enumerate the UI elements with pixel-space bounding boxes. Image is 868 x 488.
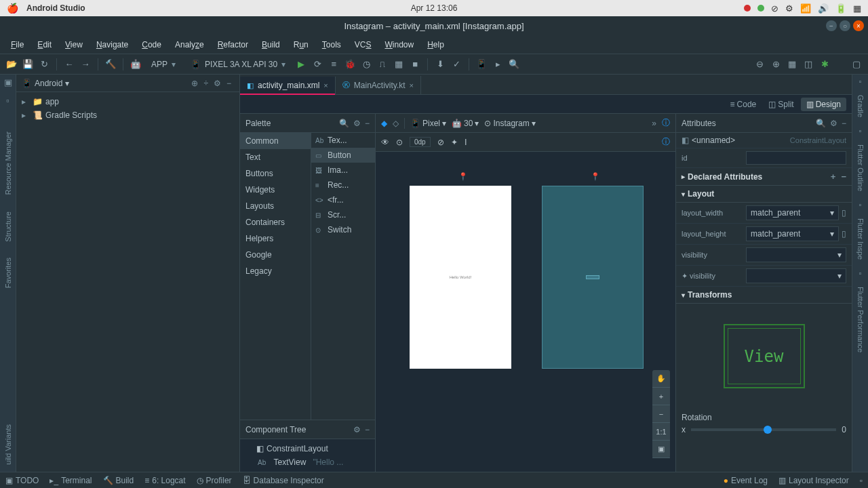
magnet-icon[interactable]: ⊙ [396, 138, 403, 147]
cat-containers[interactable]: Containers [240, 214, 311, 230]
height-select[interactable]: match_parent▾ [746, 226, 839, 241]
tray-icon-2[interactable]: ⚙ [785, 3, 793, 14]
status-layout-inspector[interactable]: ▥ Layout Inspector [778, 476, 849, 485]
project-collapse-icon[interactable]: ÷ [203, 79, 208, 88]
layout-section[interactable]: ▾Layout [676, 186, 852, 203]
width-select[interactable]: match_parent▾ [746, 205, 839, 220]
attr-id-input[interactable] [746, 151, 846, 165]
favorites-tool[interactable]: Favorites [4, 253, 12, 292]
menu-run[interactable]: Run [288, 37, 314, 52]
theme-dropdown[interactable]: ⊙ Instagram ▾ [484, 119, 535, 128]
gradle-tool[interactable]: Gradle [856, 91, 865, 121]
rotation-slider[interactable] [691, 428, 836, 431]
tab-activity-main[interactable]: ◧ activity_main.xml × [240, 77, 336, 94]
view-options-icon[interactable]: 👁 [381, 138, 389, 147]
save-icon[interactable]: 💾 [22, 58, 34, 70]
macos-app-name[interactable]: Android Studio [26, 3, 85, 13]
status-terminal[interactable]: ▸_ Terminal [50, 476, 92, 485]
resource-manager-tool[interactable]: Resource Manager [4, 127, 12, 199]
tools-visibility-select[interactable]: ▾ [746, 268, 846, 283]
project-target-icon[interactable]: ⊕ [191, 79, 198, 88]
project-tool-icon[interactable]: ▣ [4, 77, 12, 87]
back-icon[interactable]: ← [63, 58, 75, 70]
add-attr-icon[interactable]: + [831, 171, 836, 182]
attr-settings-icon[interactable]: ⚙ [830, 119, 837, 128]
view-box[interactable]: View [724, 324, 805, 388]
tray-record-icon[interactable] [744, 5, 751, 12]
menu-edit[interactable]: Edit [32, 37, 57, 52]
forward-icon[interactable]: → [79, 58, 92, 70]
palette-search-icon[interactable]: 🔍 [339, 119, 349, 128]
remove-attr-icon[interactable]: − [841, 171, 846, 182]
declared-attrs-section[interactable]: ▸Declared Attributes +− [676, 168, 852, 186]
close-tab-icon[interactable]: × [323, 81, 328, 89]
cat-layouts[interactable]: Layouts [240, 198, 311, 214]
item-button[interactable]: ▭Button [311, 148, 375, 163]
item-scroll[interactable]: ⊟Scr... [311, 207, 375, 222]
device-blueprint-preview[interactable] [542, 186, 644, 369]
stop-icon[interactable]: ■ [409, 58, 421, 70]
battery-icon[interactable]: 🔋 [835, 3, 846, 14]
item-switch[interactable]: ⊙Switch [311, 222, 375, 237]
profile-icon[interactable]: ◷ [360, 58, 372, 70]
transforms-section[interactable]: ▾Transforms [676, 287, 852, 304]
cat-buttons[interactable]: Buttons [240, 165, 311, 182]
status-profiler[interactable]: ◷ Profiler [197, 476, 232, 485]
menu-navigate[interactable]: Navigate [91, 37, 134, 52]
close-tab-icon[interactable]: × [410, 81, 414, 89]
menu-file[interactable]: File [5, 37, 29, 52]
zoom-fit-icon[interactable]: 1:1 [652, 423, 670, 441]
menu-help[interactable]: Help [422, 37, 450, 52]
maximize-button[interactable]: ○ [840, 20, 850, 31]
build-variants-tool[interactable]: uild Variants [4, 420, 12, 469]
attr-search-icon[interactable]: 🔍 [816, 119, 826, 128]
ctree-textview[interactable]: Ab TextView "Hello ... [245, 455, 370, 469]
project-settings-icon[interactable]: ⚙ [214, 79, 221, 88]
item-fragment[interactable]: <><fr... [311, 192, 375, 207]
menu-vcs[interactable]: VCS [349, 37, 377, 52]
zoom-in-icon[interactable]: ⊕ [770, 58, 782, 70]
zoom-out-icon[interactable]: − [652, 405, 670, 423]
mode-design[interactable]: ▥ Design [801, 98, 846, 111]
bug-icon[interactable]: 🐞 [344, 58, 356, 70]
attach-icon[interactable]: ⎍ [376, 58, 389, 70]
zoom-in-icon[interactable]: + [652, 388, 670, 405]
grid-icon[interactable]: ▦ [786, 58, 798, 70]
palette-settings-icon[interactable]: ⚙ [353, 119, 361, 128]
volume-icon[interactable]: 🔊 [818, 3, 829, 14]
vcs-commit-icon[interactable]: ✓ [450, 58, 462, 70]
item-textview[interactable]: AbTex... [311, 133, 375, 148]
project-hide-icon[interactable]: − [226, 79, 231, 88]
open-icon[interactable]: 📂 [5, 58, 18, 70]
tray-dot-green[interactable] [757, 5, 764, 12]
cat-google[interactable]: Google [240, 247, 311, 263]
avd-icon[interactable]: 📱 [475, 58, 488, 70]
cat-text[interactable]: Text [240, 149, 311, 165]
menu-code[interactable]: Code [136, 37, 167, 52]
status-corner[interactable]: ▫ [860, 476, 863, 485]
status-event-log[interactable]: ● Event Log [724, 476, 768, 485]
cat-common[interactable]: Common [240, 133, 311, 149]
mode-code[interactable]: ≡ Code [725, 98, 762, 111]
menu-tools[interactable]: Tools [317, 37, 347, 52]
tree-gradle[interactable]: Gradle Scripts [45, 110, 97, 120]
locale-icon[interactable]: » [652, 119, 656, 128]
control-center-icon[interactable]: ▦ [853, 3, 861, 14]
infer-icon[interactable]: ✦ [451, 138, 458, 147]
collapse-icon[interactable]: ▢ [850, 58, 863, 70]
design-surface[interactable]: 📍 📍 Hello World! ✋ + − 1:1 ▣ [376, 152, 675, 472]
structure-tool[interactable]: Structure [4, 207, 12, 246]
debug-icon[interactable]: ≡ [328, 58, 340, 70]
rg-icon-4[interactable]: ▫ [859, 269, 862, 277]
attr-hide-icon[interactable]: − [842, 119, 846, 128]
clear-constraints-icon[interactable]: ⊘ [437, 138, 444, 147]
run-icon[interactable]: ▶ [295, 58, 307, 70]
android-icon[interactable]: 🤖 [130, 58, 142, 70]
menu-view[interactable]: View [60, 37, 88, 52]
cat-helpers[interactable]: Helpers [240, 230, 311, 247]
orientation-icon[interactable]: ◇ [393, 119, 399, 128]
blueprint-textview[interactable] [586, 275, 599, 279]
flutter-outline-tool[interactable]: Flutter Outline [856, 140, 865, 195]
menu-analyze[interactable]: Analyze [170, 37, 210, 52]
surface-select-icon[interactable]: ◆ [381, 119, 387, 128]
